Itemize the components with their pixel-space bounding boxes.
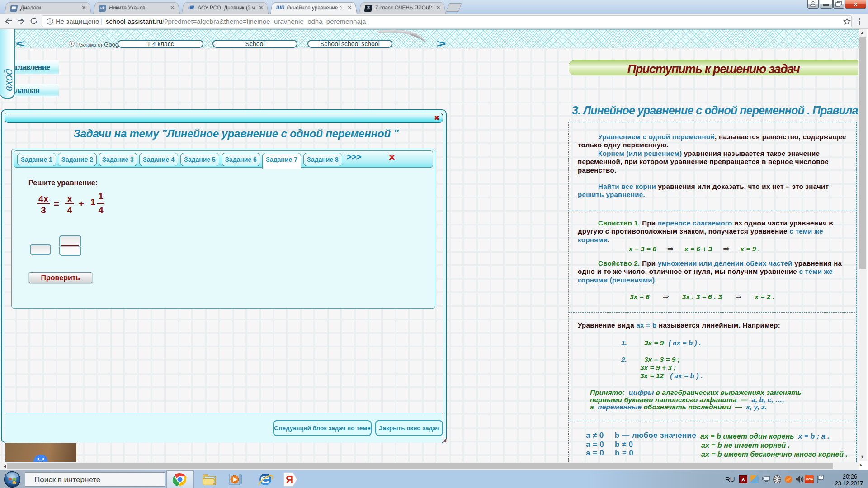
svg-text:Я: Я [286,474,293,486]
